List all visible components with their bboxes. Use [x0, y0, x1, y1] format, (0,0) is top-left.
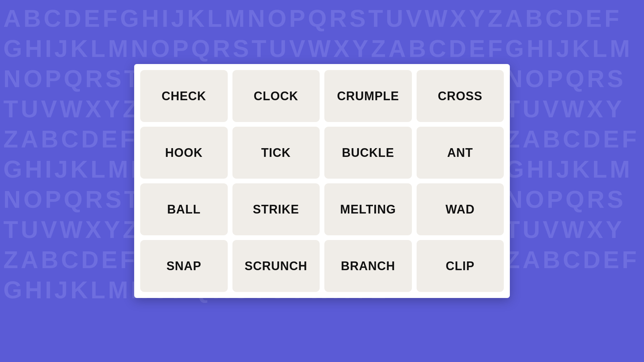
card-label-strike: STRIKE [253, 202, 299, 217]
card-label-buckle: BUCKLE [342, 146, 394, 160]
card-label-tick: TICK [261, 146, 291, 160]
card-label-clip: CLIP [446, 259, 475, 273]
card-snap[interactable]: SNAP [140, 240, 228, 292]
card-label-snap: SNAP [166, 259, 201, 273]
card-label-scrunch: SCRUNCH [245, 259, 307, 273]
card-label-wad: WAD [445, 202, 475, 217]
card-label-clock: CLOCK [254, 89, 298, 103]
card-scrunch[interactable]: SCRUNCH [232, 240, 320, 292]
card-hook[interactable]: HOOK [140, 127, 228, 179]
card-crumple[interactable]: CRUMPLE [324, 70, 412, 122]
card-clock[interactable]: CLOCK [232, 70, 320, 122]
card-wad[interactable]: WAD [417, 183, 504, 235]
card-label-hook: HOOK [165, 146, 203, 160]
card-ant[interactable]: ANT [417, 127, 504, 179]
card-label-melting: MELTING [340, 202, 396, 217]
card-tick[interactable]: TICK [232, 127, 320, 179]
card-cross[interactable]: CROSS [417, 70, 504, 122]
card-melting[interactable]: MELTING [324, 183, 412, 235]
card-strike[interactable]: STRIKE [232, 183, 320, 235]
word-grid: CHECKCLOCKCRUMPLECROSSHOOKTICKBUCKLEANTB… [140, 70, 504, 292]
card-check[interactable]: CHECK [140, 70, 228, 122]
card-buckle[interactable]: BUCKLE [324, 127, 412, 179]
card-label-ball: BALL [167, 202, 201, 217]
card-ball[interactable]: BALL [140, 183, 228, 235]
card-label-check: CHECK [162, 89, 206, 103]
card-branch[interactable]: BRANCH [324, 240, 412, 292]
card-label-cross: CROSS [438, 89, 482, 103]
card-clip[interactable]: CLIP [417, 240, 504, 292]
card-label-branch: BRANCH [341, 259, 395, 273]
card-panel: CHECKCLOCKCRUMPLECROSSHOOKTICKBUCKLEANTB… [134, 64, 510, 298]
card-label-crumple: CRUMPLE [337, 89, 399, 103]
card-label-ant: ANT [447, 146, 473, 160]
